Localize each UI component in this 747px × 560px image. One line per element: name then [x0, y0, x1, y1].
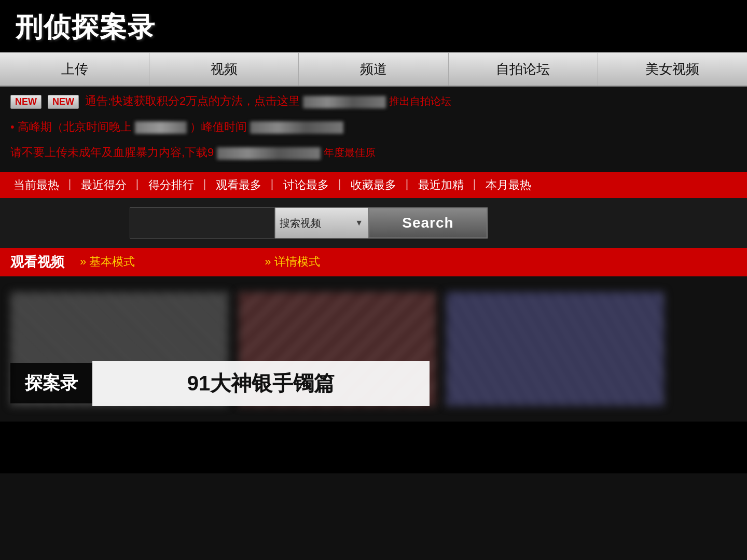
nav-item-video[interactable]: 视频	[149, 53, 299, 86]
hot-nav-recent-featured[interactable]: 最近加精	[413, 177, 469, 193]
announce-text-1: 通告:快速获取积分2万点的方法，点击这里	[85, 91, 300, 111]
title-area: 刑侦探案录	[0, 0, 747, 52]
hot-nav-sep-5: 丨	[334, 177, 345, 193]
announce-text-2b: ）峰值时间	[190, 117, 247, 137]
nav-item-forum[interactable]: 自拍论坛	[449, 53, 598, 86]
search-area: 搜索视频 搜索用户 搜索标签 Search	[0, 198, 747, 248]
search-select-wrap: 搜索视频 搜索用户 搜索标签	[275, 207, 368, 239]
bottom-dark-area	[0, 422, 747, 473]
blurred-text-1	[303, 96, 386, 108]
video-area: 探案录 91大神银手镯篇	[0, 276, 747, 422]
hot-nav-most-discuss[interactable]: 讨论最多	[278, 177, 334, 193]
announce-row-1: NEW NEW 通告:快速获取积分2万点的方法，点击这里 推出自拍论坛	[10, 91, 737, 114]
announcement-bar: NEW NEW 通告:快速获取积分2万点的方法，点击这里 推出自拍论坛 • 高峰…	[0, 87, 747, 172]
new-badge-2: NEW	[48, 95, 79, 109]
hot-nav-sep-6: 丨	[402, 177, 413, 193]
mode2-arrow: »	[265, 255, 271, 269]
nav-bar: 上传 视频 频道 自拍论坛 美女视频	[0, 52, 747, 87]
hot-nav-score-rank[interactable]: 得分排行	[143, 177, 199, 193]
hot-nav-sep-3: 丨	[199, 177, 211, 193]
category-title: 观看视频	[10, 253, 64, 271]
announce-row-2: • 高峰期（北京时间晚上 ）峰值时间	[10, 117, 737, 139]
new-badge-1: NEW	[10, 95, 42, 109]
hot-nav-sep-2: 丨	[132, 177, 143, 193]
detail-mode-link[interactable]: 详情模式	[274, 254, 320, 270]
category-bar: 观看视频 » 基本模式 » 详情模式	[0, 248, 747, 276]
search-button[interactable]: Search	[368, 207, 488, 239]
announce-text-2: • 高峰期（北京时间晚上	[10, 117, 132, 137]
mode1-arrow: »	[80, 255, 86, 269]
hot-nav-sep-4: 丨	[267, 177, 278, 193]
blurred-text-2	[135, 121, 187, 134]
hot-nav-bar: 当前最热 丨 最近得分 丨 得分排行 丨 观看最多 丨 讨论最多 丨 收藏最多 …	[0, 172, 747, 198]
announce-suffix-1: 推出自拍论坛	[389, 92, 451, 110]
announce-suffix-3: 年度最佳原	[324, 143, 376, 162]
bottom-overlay: 探案录 91大神银手镯篇	[0, 361, 747, 406]
hot-nav-most-watched[interactable]: 观看最多	[211, 177, 267, 193]
video-label-left: 探案录	[10, 363, 92, 403]
search-type-select[interactable]: 搜索视频 搜索用户 搜索标签	[275, 207, 368, 239]
hot-nav-recent-score[interactable]: 最近得分	[76, 177, 132, 193]
video-label-center: 91大神银手镯篇	[92, 361, 430, 406]
basic-mode-link[interactable]: 基本模式	[89, 254, 135, 270]
announce-text-3: 请不要上传未成年及血腥暴力内容,下载9	[10, 142, 214, 163]
nav-item-upload[interactable]: 上传	[0, 53, 149, 86]
search-input[interactable]	[130, 207, 275, 239]
hot-nav-most-fav[interactable]: 收藏最多	[345, 177, 402, 193]
nav-item-beauty[interactable]: 美女视频	[598, 53, 747, 86]
announce-row-3: 请不要上传未成年及血腥暴力内容,下载9 年度最佳原	[10, 142, 737, 165]
nav-item-channel[interactable]: 频道	[299, 53, 448, 86]
hot-nav-month-hot[interactable]: 本月最热	[480, 177, 536, 193]
blurred-text-4	[217, 147, 321, 160]
hot-nav-sep-7: 丨	[469, 177, 480, 193]
hot-nav-current[interactable]: 当前最热	[8, 177, 64, 193]
hot-nav-sep-1: 丨	[64, 177, 76, 193]
blurred-text-3	[250, 121, 343, 134]
site-title: 刑侦探案录	[16, 12, 156, 42]
